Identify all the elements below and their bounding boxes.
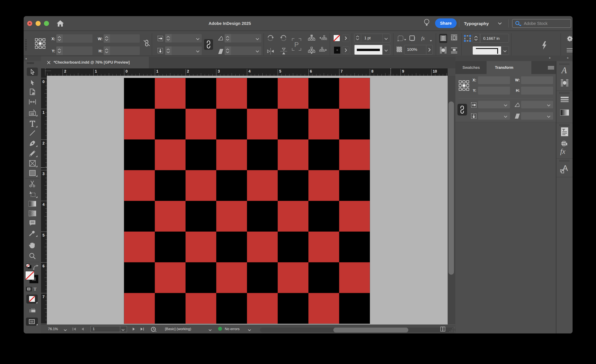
svg-text:P: P [294, 41, 299, 48]
